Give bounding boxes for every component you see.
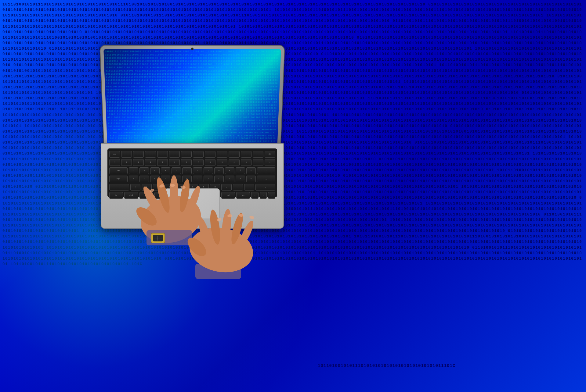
keyboard-row-4: capsASDFGHJKLÖÄ#↵ [109,176,275,182]
key-6[interactable]: 6 [181,159,192,166]
key-A[interactable]: A [129,176,138,182]
key-^[interactable]: ^ [109,159,120,166]
key-fn[interactable]: fn [109,192,123,199]
key-spacebar[interactable] [145,151,156,158]
key-+[interactable]: + [246,167,256,174]
key-Y[interactable]: Y [142,184,152,191]
binary-text: 1011010010101110101010101010101010101010… [0,0,586,392]
key-E[interactable]: E [150,167,160,174]
laptop-lid: 1000010110100011001001111100111010001101… [99,45,285,149]
key-ß[interactable]: ß [241,159,251,166]
key-spacebar[interactable] [241,151,251,158]
key-del[interactable]: del [265,151,275,158]
key-Ü[interactable]: Ü [236,167,245,174]
key-spacebar[interactable] [253,151,263,158]
key-←[interactable]: ← [251,192,259,199]
key-spacebar[interactable] [169,151,180,158]
key-↵[interactable]: ↵ [257,167,275,174]
key-0[interactable]: 0 [229,159,239,166]
key-spacebar[interactable] [181,151,192,158]
key-alt[interactable]: alt [236,192,250,199]
key-spacebar[interactable] [229,151,239,158]
key-spacebar[interactable] [193,151,204,158]
key-9[interactable]: 9 [217,159,227,166]
key-⇧[interactable]: ⇧ [255,184,275,191]
trackpad [165,188,220,219]
key-F[interactable]: F [161,176,170,182]
key-caps[interactable]: caps [109,176,128,182]
key-Z[interactable]: Z [182,167,192,174]
binary-background: 1011010010101110101010101010101010101010… [0,0,586,392]
keyboard-row-1: escdel [109,151,275,158]
key-Ö[interactable]: Ö [225,176,234,182]
key-I[interactable]: I [204,167,213,174]
key-cmd[interactable]: cmd [221,192,235,199]
key-W[interactable]: W [139,167,149,174]
key-3[interactable]: 3 [145,159,156,166]
key-8[interactable]: 8 [205,159,215,166]
key-→[interactable]: → [268,192,275,199]
key--[interactable]: - [244,184,254,191]
key-X[interactable]: X [153,184,163,191]
key-L[interactable]: L [214,176,224,182]
key-Q[interactable]: Q [129,167,138,174]
key-J[interactable]: J [193,176,202,182]
key-⇧[interactable]: ⇧ [109,184,129,191]
key-esc[interactable]: esc [109,151,120,158]
keyboard-row-2: ^1234567890ß´← [109,159,275,166]
key-↓[interactable]: ↓ [260,192,267,199]
laptop-screen: 1000010110100011001001111100111010001101… [103,49,281,147]
laptop: 1000010110100011001001111100111010001101… [104,49,287,262]
key-←[interactable]: ← [265,159,275,166]
key-7[interactable]: 7 [193,159,204,166]
key-S[interactable]: S [139,176,149,182]
key-H[interactable]: H [182,176,192,182]
key-R[interactable]: R [161,167,170,174]
key-K[interactable]: K [204,176,213,182]
key-spacebar[interactable] [205,151,215,158]
keyboard-row-3: tabQWERTZUIOPÜ+↵ [109,167,275,174]
key-spacebar[interactable] [121,151,132,158]
key-spacebar[interactable] [217,151,227,158]
key-.[interactable]: . [233,184,243,191]
key-P[interactable]: P [225,167,234,174]
screen-binary-display: 1000010110100011001001111100111010001101… [103,49,281,147]
key-,[interactable]: , [221,184,231,191]
key-alt[interactable]: alt [139,192,153,199]
bottom-binary-strip: 1011010010101110101010101010101010101010… [318,358,586,374]
key-5[interactable]: 5 [169,159,180,166]
key-´[interactable]: ´ [253,159,263,166]
key-D[interactable]: D [150,176,160,182]
key-O[interactable]: O [214,167,224,174]
key-4[interactable]: 4 [157,159,168,166]
key-ctrl[interactable]: ctrl [124,192,138,199]
key-#[interactable]: # [246,176,256,182]
main-scene: 1011010010101110101010101010101010101010… [0,0,586,392]
key-↵[interactable]: ↵ [257,176,275,182]
key-tab[interactable]: tab [109,167,128,174]
key-2[interactable]: 2 [133,159,144,166]
laptop-base: escdel^1234567890ß´←tabQWERTZUIOPÜ+↵caps… [101,143,284,229]
bottom-binary-text: 1011010010101110101010101010101010101010… [318,363,455,368]
key-spacebar[interactable] [157,151,168,158]
key-spacebar[interactable] [133,151,144,158]
key-G[interactable]: G [172,176,181,182]
key-Ä[interactable]: Ä [236,176,245,182]
key-T[interactable]: T [172,167,181,174]
webcam [191,48,194,50]
key-U[interactable]: U [193,167,202,174]
key-1[interactable]: 1 [121,159,132,166]
key-<[interactable]: < [130,184,140,191]
